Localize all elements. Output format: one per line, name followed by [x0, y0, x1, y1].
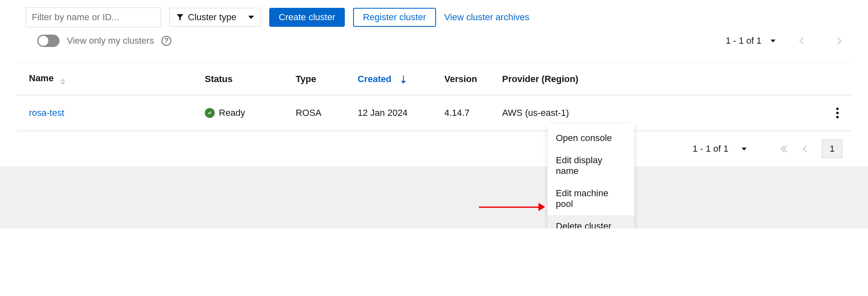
annotation-arrow [479, 203, 545, 211]
register-cluster-button[interactable]: Register cluster [353, 8, 436, 27]
status-text: Ready [219, 108, 245, 118]
pager-next-top[interactable] [834, 37, 842, 45]
sort-desc-icon [403, 75, 404, 82]
clusters-table: Name Status Type Created Version Provide… [17, 63, 851, 131]
col-name-label: Name [29, 73, 54, 83]
footer-background [0, 167, 868, 228]
cluster-name-link[interactable]: rosa-test [29, 108, 64, 118]
filter-icon [176, 14, 184, 21]
type-cell: ROSA [289, 95, 351, 131]
pager-caret-bottom-icon[interactable] [742, 148, 747, 150]
pager-prev-bottom[interactable] [802, 145, 810, 153]
view-my-clusters-toggle[interactable] [37, 35, 59, 47]
menu-open-console[interactable]: Open console [548, 127, 634, 149]
cluster-type-dropdown[interactable]: Cluster type [169, 8, 261, 27]
table-row: rosa-test Ready ROSA 12 Jan 2024 4.14.7 … [17, 95, 851, 131]
col-name[interactable]: Name [17, 63, 198, 95]
col-version[interactable]: Version [438, 63, 496, 95]
page-number-box[interactable]: 1 [822, 139, 842, 158]
provider-cell: AWS (us-east-1) [496, 95, 827, 131]
view-archives-link[interactable]: View cluster archives [444, 12, 529, 23]
menu-edit-machine-pool[interactable]: Edit machine pool [548, 182, 634, 215]
sort-icon [60, 78, 65, 85]
pager-text-bottom: 1 - 1 of 1 [693, 143, 728, 154]
view-my-clusters-label: View only my clusters [67, 35, 154, 46]
menu-delete-cluster[interactable]: Delete cluster [548, 215, 634, 228]
cluster-type-label: Cluster type [188, 12, 236, 23]
col-type[interactable]: Type [289, 63, 351, 95]
filter-input[interactable] [26, 7, 161, 27]
pager-text-top: 1 - 1 of 1 [726, 35, 761, 46]
col-status[interactable]: Status [198, 63, 289, 95]
row-actions-menu: Open console Edit display name Edit mach… [548, 124, 634, 228]
col-created[interactable]: Created [351, 63, 438, 95]
caret-down-icon [248, 16, 254, 19]
create-cluster-button[interactable]: Create cluster [269, 8, 345, 27]
pager-prev-top[interactable] [799, 37, 807, 45]
pager-caret-icon[interactable] [771, 40, 776, 42]
created-cell: 12 Jan 2024 [351, 95, 438, 131]
menu-edit-display-name[interactable]: Edit display name [548, 149, 634, 182]
col-created-label: Created [358, 74, 391, 84]
col-provider[interactable]: Provider (Region) [496, 63, 827, 95]
pager-first[interactable] [782, 145, 790, 153]
row-actions-kebab[interactable] [833, 108, 842, 118]
status-ready-icon [205, 108, 215, 118]
version-cell: 4.14.7 [438, 95, 496, 131]
help-icon[interactable]: ? [161, 36, 171, 46]
